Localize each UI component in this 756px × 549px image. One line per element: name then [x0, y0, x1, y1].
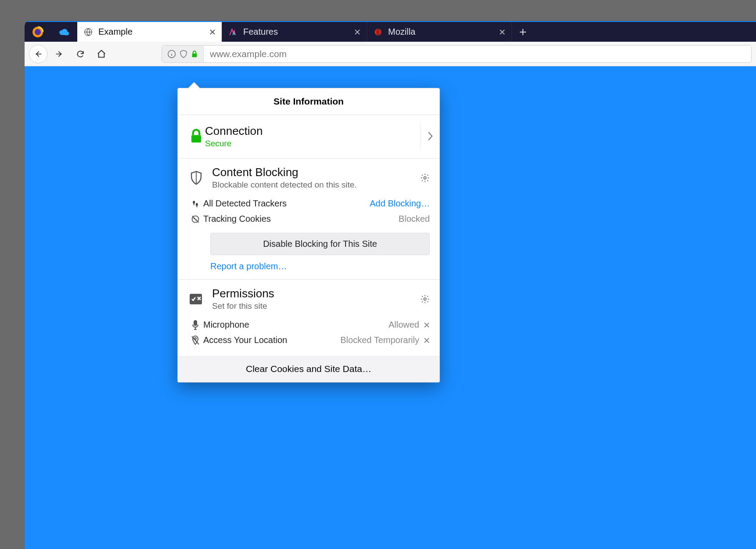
item-status: Allowed — [389, 320, 419, 330]
svg-rect-6 — [192, 53, 197, 57]
permissions-title: Permissions — [212, 287, 413, 300]
permission-item: Microphone Allowed — [187, 317, 430, 332]
gear-icon[interactable] — [420, 173, 430, 183]
info-icon — [167, 50, 176, 58]
firefox-icon[interactable] — [25, 22, 51, 42]
close-icon[interactable] — [209, 29, 216, 35]
tab-strip: Example Features Mozilla — [25, 21, 756, 42]
permission-item: Access Your Location Blocked Temporarily — [187, 332, 430, 348]
disable-blocking-button[interactable]: Disable Blocking for This Site — [210, 233, 430, 255]
forward-button[interactable] — [50, 45, 68, 63]
lock-icon — [187, 129, 205, 144]
tab-features[interactable]: Features — [222, 22, 367, 42]
gear-icon[interactable] — [420, 294, 430, 304]
svg-point-17 — [424, 298, 426, 300]
browser-window: Example Features Mozilla — [25, 21, 756, 549]
permissions-subtitle: Set for this site — [212, 301, 413, 311]
cookie-blocked-icon — [187, 215, 203, 224]
permissions-icon — [187, 293, 205, 305]
remove-permission-icon[interactable] — [424, 337, 430, 343]
blocking-subtitle: Blockable content detected on this site. — [212, 180, 413, 190]
lock-icon — [191, 50, 198, 58]
microphone-icon — [187, 320, 203, 330]
panel-title: Site Information — [178, 88, 439, 115]
tab-title: Example — [98, 27, 204, 37]
blocking-title: Content Blocking — [212, 166, 413, 179]
blocking-item: All Detected Trackers Add Blocking… — [187, 196, 430, 211]
add-blocking-link[interactable]: Add Blocking… — [370, 199, 430, 209]
blocking-item: Tracking Cookies Blocked — [187, 211, 430, 227]
site-info-panel: Site Information Connection Secure Conte… — [177, 88, 440, 383]
permissions-section: Permissions Set for this site Microphone… — [178, 280, 439, 356]
item-label: All Detected Trackers — [203, 199, 370, 209]
close-icon[interactable] — [354, 29, 360, 35]
connection-section[interactable]: Connection Secure — [178, 115, 439, 159]
svg-point-1 — [35, 29, 41, 35]
svg-point-9 — [193, 201, 195, 204]
mozilla-icon — [373, 27, 383, 37]
svg-point-12 — [196, 206, 198, 207]
shield-icon — [187, 170, 205, 185]
shield-icon — [180, 50, 187, 58]
features-icon — [228, 27, 238, 37]
chevron-right-icon[interactable] — [420, 122, 439, 150]
blocking-section: Content Blocking Blockable content detec… — [178, 159, 439, 280]
item-status: Blocked Temporarily — [340, 335, 419, 345]
report-problem-link[interactable]: Report a problem… — [210, 261, 430, 271]
svg-point-4 — [376, 29, 380, 35]
remove-permission-icon[interactable] — [424, 322, 430, 328]
clear-data-button[interactable]: Clear Cookies and Site Data… — [178, 356, 439, 382]
item-label: Microphone — [203, 320, 389, 330]
close-icon[interactable] — [499, 29, 505, 35]
globe-icon — [83, 27, 93, 37]
footprints-icon — [187, 199, 203, 208]
connection-title: Connection — [205, 124, 420, 138]
item-status: Blocked — [399, 214, 430, 224]
svg-point-8 — [424, 177, 426, 179]
cloud-icon[interactable] — [51, 22, 77, 42]
connection-status: Secure — [205, 139, 420, 148]
svg-point-10 — [196, 203, 198, 206]
item-label: Tracking Cookies — [203, 214, 399, 224]
tab-mozilla[interactable]: Mozilla — [367, 22, 512, 42]
tab-title: Features — [243, 27, 349, 37]
tab-example[interactable]: Example — [77, 22, 222, 42]
url-text: www.example.com — [204, 49, 293, 59]
identity-box[interactable] — [162, 46, 204, 62]
url-bar[interactable]: www.example.com — [162, 45, 752, 63]
location-blocked-icon — [187, 336, 203, 345]
svg-point-11 — [193, 204, 194, 205]
reload-button[interactable] — [71, 45, 90, 63]
svg-rect-18 — [194, 321, 197, 325]
back-button[interactable] — [29, 45, 47, 63]
item-label: Access Your Location — [203, 335, 340, 345]
home-button[interactable] — [92, 45, 111, 63]
tab-title: Mozilla — [388, 27, 494, 37]
svg-rect-7 — [191, 135, 201, 143]
nav-toolbar: www.example.com — [25, 42, 756, 66]
new-tab-button[interactable] — [512, 22, 534, 42]
